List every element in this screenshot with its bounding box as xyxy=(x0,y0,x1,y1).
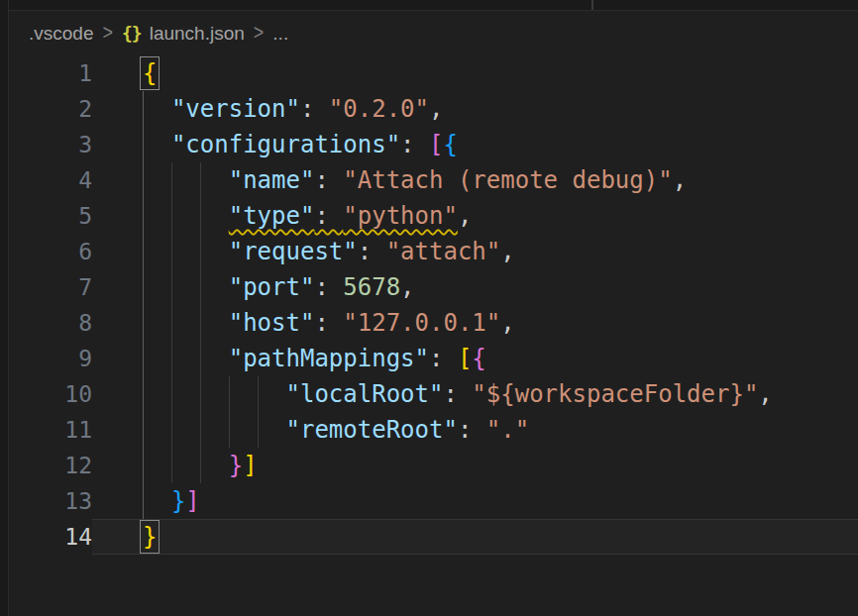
token: "pathMappings" xyxy=(229,345,429,372)
code-line: 9 "pathMappings": [{ xyxy=(9,341,858,376)
token: [ xyxy=(458,345,472,372)
breadcrumb: .vscode > {} launch.json > ... xyxy=(9,11,858,55)
code-line: 11 "remoteRoot": "." xyxy=(9,412,858,448)
token: "localRoot" xyxy=(286,380,444,408)
token: : xyxy=(314,309,343,337)
line-number[interactable]: 13 xyxy=(9,483,92,519)
code-content: "host": "127.0.0.1", xyxy=(92,305,858,341)
line-number[interactable]: 10 xyxy=(9,376,92,412)
chevron-right-icon: > xyxy=(254,20,265,46)
token: , xyxy=(500,309,514,337)
chevron-right-icon: > xyxy=(102,20,113,46)
token: ] xyxy=(243,452,257,479)
code-line: 12 }] xyxy=(9,448,858,483)
code-content: }] xyxy=(92,483,858,519)
warning-squiggle-token: : xyxy=(314,202,343,230)
code-text: }] xyxy=(143,448,258,483)
code-text: "port": 5678, xyxy=(143,269,415,305)
vscode-window: { "breadcrumb": { "folder": ".vscode", "… xyxy=(0,0,858,616)
breadcrumb-file[interactable]: launch.json xyxy=(150,23,245,45)
code-line: 7 "port": 5678, xyxy=(9,269,858,305)
token: { xyxy=(443,131,457,158)
code-text: }] xyxy=(143,483,200,519)
matched-bracket: } xyxy=(143,523,157,551)
token: , xyxy=(400,273,414,301)
line-number[interactable]: 11 xyxy=(9,412,92,448)
token: : xyxy=(358,238,386,265)
editor-group: .vscode > {} launch.json > ... 1{2 "vers… xyxy=(9,0,858,616)
token: "remoteRoot" xyxy=(286,416,458,444)
token: "name" xyxy=(229,166,315,194)
code-text: "pathMappings": [{ xyxy=(143,341,486,376)
code-content: { xyxy=(92,55,858,91)
line-number[interactable]: 9 xyxy=(9,341,92,376)
line-number[interactable]: 12 xyxy=(9,448,92,483)
code-text: "remoteRoot": "." xyxy=(143,412,529,448)
token: } xyxy=(229,452,243,479)
warning-squiggle-token: "python" xyxy=(343,202,458,230)
token: [ xyxy=(429,131,443,158)
line-number[interactable]: 8 xyxy=(9,305,92,341)
code-text: "version": "0.2.0", xyxy=(143,91,443,127)
code-content: "version": "0.2.0", xyxy=(92,91,858,127)
code-content: "request": "attach", xyxy=(92,234,858,269)
code-text: { xyxy=(143,55,157,91)
line-number[interactable]: 7 xyxy=(9,269,92,305)
code-line: 6 "request": "attach", xyxy=(9,234,858,269)
line-number[interactable]: 3 xyxy=(9,127,92,162)
token: ] xyxy=(185,487,199,515)
token: : xyxy=(458,416,486,444)
code-lines: 1{2 "version": "0.2.0",3 "configurations… xyxy=(9,55,858,555)
token: , xyxy=(429,95,443,123)
line-number[interactable]: 14 xyxy=(9,519,92,555)
code-line: 2 "version": "0.2.0", xyxy=(9,91,858,127)
line-number[interactable]: 1 xyxy=(9,55,92,91)
warning-squiggle-token: "type" xyxy=(229,202,315,230)
token: "127.0.0.1" xyxy=(343,309,500,337)
code-text: "configurations": [{ xyxy=(143,127,458,162)
token: "version" xyxy=(171,95,300,123)
line-number[interactable]: 5 xyxy=(9,198,92,234)
code-text: "host": "127.0.0.1", xyxy=(143,305,515,341)
token: "0.2.0" xyxy=(329,95,429,123)
code-line: 10 "localRoot": "${workspaceFolder}", xyxy=(9,376,858,412)
token: , xyxy=(673,166,687,194)
matched-bracket: { xyxy=(143,59,157,87)
token: { xyxy=(472,345,485,372)
token: , xyxy=(758,380,772,408)
token: : xyxy=(300,95,329,123)
token: , xyxy=(500,238,514,265)
code-line: 1{ xyxy=(9,55,858,91)
tab-bar xyxy=(9,0,858,11)
editor[interactable]: 1{2 "version": "0.2.0",3 "configurations… xyxy=(9,55,858,616)
line-number[interactable]: 4 xyxy=(9,162,92,198)
code-content: "name": "Attach (remote debug)", xyxy=(92,162,858,198)
code-content: "port": 5678, xyxy=(92,269,858,305)
code-content: "configurations": [{ xyxy=(92,127,858,162)
token: , xyxy=(458,202,472,230)
line-number[interactable]: 6 xyxy=(9,234,92,269)
json-file-icon: {} xyxy=(122,23,142,44)
code-content: "type": "python", xyxy=(92,198,858,234)
token: "." xyxy=(486,416,529,444)
code-line: 8 "host": "127.0.0.1", xyxy=(9,305,858,341)
activity-bar-edge xyxy=(0,0,9,616)
token: : xyxy=(314,166,343,194)
code-line: 3 "configurations": [{ xyxy=(9,127,858,162)
token: "attach" xyxy=(386,238,501,265)
token: } xyxy=(171,487,185,515)
line-number[interactable]: 2 xyxy=(9,91,92,127)
token: "request" xyxy=(229,238,358,265)
token: : xyxy=(314,273,343,301)
token: "host" xyxy=(229,309,315,337)
code-text: } xyxy=(143,519,157,555)
token: 5678 xyxy=(343,273,400,301)
breadcrumb-folder[interactable]: .vscode xyxy=(29,23,93,45)
breadcrumb-symbol[interactable]: ... xyxy=(272,23,288,45)
code-content: "localRoot": "${workspaceFolder}", xyxy=(92,376,858,412)
token: : xyxy=(400,131,429,158)
code-text: "name": "Attach (remote debug)", xyxy=(143,162,687,198)
code-content: "pathMappings": [{ xyxy=(92,341,858,376)
tab-divider xyxy=(591,0,593,10)
code-text: "request": "attach", xyxy=(143,234,515,269)
